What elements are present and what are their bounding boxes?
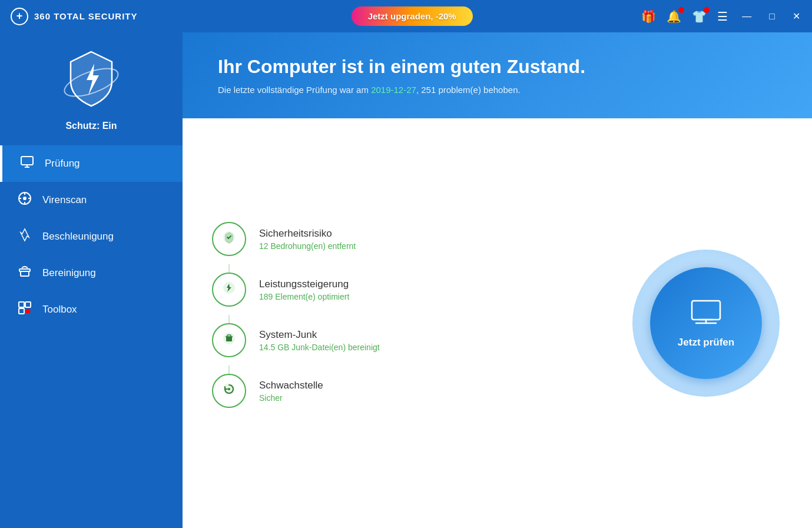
svg-rect-8 — [19, 308, 24, 314]
item-sicherheitsrisiko: Sicherheitsrisiko 12 Bedrohung(en) entfe… — [212, 222, 380, 273]
item-schwachstelle: Schwachstelle Sicher — [212, 374, 380, 424]
scan-now-button[interactable]: Jetzt prüfen — [650, 267, 762, 379]
shirt-icon[interactable]: 👕 — [692, 9, 707, 24]
beschleunigung-label: Beschleunigung — [42, 231, 114, 243]
leistungssteigerung-icon — [221, 280, 237, 300]
titlebar-actions: 🎁 🔔 👕 ☰ — □ ✕ — [641, 9, 812, 24]
hero-subtitle: Die letzte vollständige Prüfung war am 2… — [218, 85, 783, 95]
item-leistungssteigerung: Leistungssteigerung 189 Element(e) optim… — [212, 273, 380, 323]
sicherheitsrisiko-icon — [221, 229, 237, 249]
sidebar-item-pruefung[interactable]: Prüfung — [0, 145, 183, 182]
system-junk-icon — [221, 330, 237, 350]
svg-rect-1 — [21, 157, 33, 165]
schwachstelle-circle — [212, 374, 246, 408]
svg-rect-7 — [25, 302, 31, 307]
system-junk-title: System-Junk — [259, 329, 380, 341]
sicherheitsrisiko-subtitle: 12 Bedrohung(en) entfernt — [259, 241, 356, 251]
close-button[interactable]: ✕ — [789, 9, 804, 23]
sidebar-navigation: Prüfung Virenscan Beschl — [0, 145, 183, 328]
scan-button-icon — [690, 298, 722, 331]
leistungssteigerung-circle — [212, 273, 246, 307]
svg-rect-15 — [228, 388, 230, 390]
protection-status: Schutz: Ein — [65, 121, 117, 131]
menu-icon[interactable]: ☰ — [717, 9, 728, 24]
pruefung-label: Prüfung — [45, 158, 80, 170]
virenscan-icon — [16, 191, 33, 209]
app-logo: + 360 TOTAL SECURITY — [0, 8, 183, 25]
svg-rect-6 — [19, 302, 24, 307]
schwachstelle-subtitle: Sicher — [259, 393, 323, 403]
sidebar-item-toolbox[interactable]: Toolbox — [0, 291, 183, 328]
titlebar: + 360 TOTAL SECURITY Jetzt upgraden, -20… — [0, 0, 812, 32]
titlebar-center: Jetzt upgraden, -20% — [183, 6, 641, 26]
bereinigung-label: Bereinigung — [42, 267, 96, 279]
svg-point-3 — [23, 197, 26, 200]
minimize-button[interactable]: — — [738, 10, 755, 23]
sidebar-item-beschleunigung[interactable]: Beschleunigung — [0, 218, 183, 255]
upgrade-button[interactable]: Jetzt upgraden, -20% — [352, 6, 473, 26]
content-area: Ihr Computer ist in einem guten Zustand.… — [183, 32, 812, 528]
svg-rect-5 — [21, 271, 29, 276]
bereinigung-icon — [16, 264, 33, 282]
system-junk-circle — [212, 323, 246, 357]
leistungssteigerung-title: Leistungssteigerung — [259, 278, 349, 290]
schwachstelle-icon — [221, 381, 237, 401]
shirt-badge — [704, 7, 710, 13]
virenscan-label: Virenscan — [42, 194, 87, 206]
schwachstelle-title: Schwachstelle — [259, 380, 323, 391]
scan-button-label: Jetzt prüfen — [678, 337, 734, 348]
svg-point-9 — [26, 309, 31, 314]
schwachstelle-text: Schwachstelle Sicher — [259, 380, 323, 403]
items-list: Sicherheitsrisiko 12 Bedrohung(en) entfe… — [212, 222, 380, 424]
logo-icon: + — [11, 8, 28, 25]
system-junk-subtitle: 14.5 GB Junk-Datei(en) bereinigt — [259, 343, 380, 352]
sidebar-item-virenscan[interactable]: Virenscan — [0, 182, 183, 218]
system-junk-text: System-Junk 14.5 GB Junk-Datei(en) berei… — [259, 329, 380, 352]
gift-icon[interactable]: 🎁 — [641, 9, 656, 24]
leistungssteigerung-text: Leistungssteigerung 189 Element(e) optim… — [259, 278, 349, 301]
svg-rect-13 — [226, 337, 232, 341]
beschleunigung-icon — [16, 228, 33, 245]
sidebar-item-bereinigung[interactable]: Bereinigung — [0, 255, 183, 291]
item-system-junk: System-Junk 14.5 GB Junk-Datei(en) berei… — [212, 323, 380, 374]
hero-subtitle-prefix: Die letzte vollständige Prüfung war am — [218, 85, 371, 95]
leistungssteigerung-subtitle: 189 Element(e) optimiert — [259, 292, 349, 301]
shield-logo — [56, 44, 127, 115]
hero-subtitle-suffix: , 251 problem(e) behoben. — [416, 85, 521, 95]
bell-icon[interactable]: 🔔 — [667, 9, 681, 24]
bell-badge — [678, 7, 684, 13]
hero-title: Ihr Computer ist in einem guten Zustand. — [218, 56, 783, 78]
app-name: 360 TOTAL SECURITY — [34, 11, 138, 21]
sidebar: Schutz: Ein Prüfung — [0, 32, 183, 528]
sicherheitsrisiko-circle — [212, 222, 246, 256]
scan-button-wrapper: Jetzt prüfen — [629, 247, 783, 400]
sicherheitsrisiko-title: Sicherheitsrisiko — [259, 228, 356, 240]
maximize-button[interactable]: □ — [765, 10, 778, 23]
sicherheitsrisiko-text: Sicherheitsrisiko 12 Bedrohung(en) entfe… — [259, 228, 356, 251]
hero-date: 2019-12-27 — [371, 85, 416, 95]
toolbox-icon — [16, 301, 33, 318]
pruefung-icon — [19, 155, 35, 172]
main-layout: Schutz: Ein Prüfung — [0, 32, 812, 528]
svg-rect-16 — [692, 301, 720, 320]
details-section: Sicherheitsrisiko 12 Bedrohung(en) entfe… — [183, 118, 812, 528]
toolbox-label: Toolbox — [42, 304, 77, 316]
hero-section: Ihr Computer ist in einem guten Zustand.… — [183, 32, 812, 118]
